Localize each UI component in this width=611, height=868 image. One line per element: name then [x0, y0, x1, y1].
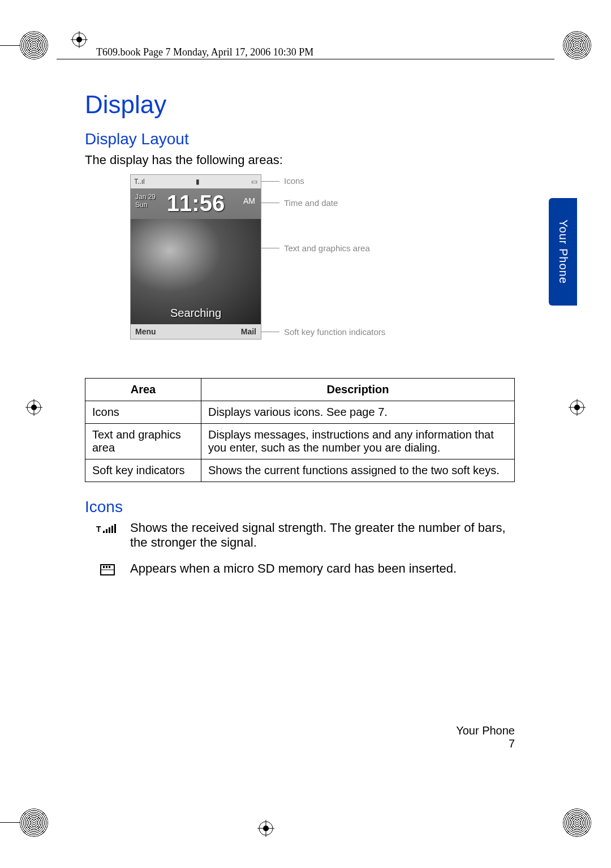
icon-description: Appears when a micro SD memory card has … [130, 561, 515, 576]
registration-mark [563, 31, 591, 59]
table-header-description: Description [201, 379, 515, 401]
icon-description-row: T Shows the received signal strength. Th… [85, 521, 515, 550]
table-row: Text and graphics area Displays messages… [85, 424, 515, 459]
svg-rect-21 [114, 524, 116, 533]
table-header-row: Area Description [85, 379, 515, 401]
softkey-left: Menu [135, 327, 156, 336]
signal-strength-icon: T [85, 521, 130, 538]
svg-point-15 [263, 826, 269, 831]
footer-page-number: 7 [456, 737, 515, 750]
table-cell-area: Icons [85, 401, 201, 424]
page-header: T609.book Page 7 Monday, April 17, 2006 … [57, 46, 554, 58]
icon-description: Shows the received signal strength. The … [130, 521, 515, 550]
phone-softkey-bar: Menu Mail [131, 324, 261, 339]
page-title: Display [85, 91, 515, 119]
table-cell-desc: Displays messages, instructions and any … [201, 424, 515, 459]
svg-rect-19 [109, 527, 110, 533]
svg-text:T: T [96, 525, 101, 534]
registration-mark [20, 31, 48, 59]
icon-description-row: Appears when a micro SD memory card has … [85, 561, 515, 578]
svg-rect-26 [109, 566, 110, 568]
svg-rect-20 [111, 526, 113, 533]
callout-line [261, 203, 279, 203]
table-cell-area: Text and graphics area [85, 424, 201, 459]
area-description-table: Area Description Icons Displays various … [85, 378, 515, 482]
phone-icon-bar: T..ıl ▮ ▭ [131, 175, 261, 188]
softkey-right: Mail [241, 327, 256, 336]
registration-target [257, 820, 274, 837]
svg-point-11 [76, 37, 82, 42]
display-layout-diagram: T..ıl ▮ ▭ Jan 29 Sun 11:56 AM Searching … [130, 174, 447, 350]
registration-mark [563, 809, 591, 837]
sd-card-icon [85, 561, 130, 578]
callout-text-area: Text and graphics area [284, 243, 370, 253]
header-text: T609.book Page 7 Monday, April 17, 2006 … [96, 46, 313, 58]
callout-line [261, 248, 279, 248]
footer-section: Your Phone [456, 724, 515, 737]
section-heading-icons: Icons [85, 498, 515, 516]
table-row: Icons Displays various icons. See page 7… [85, 401, 515, 424]
section-tab-label: Your Phone [557, 220, 570, 284]
registration-target [71, 31, 88, 48]
phone-screen: T..ıl ▮ ▭ Jan 29 Sun 11:56 AM Searching … [130, 174, 261, 340]
table-row: Soft key indicators Shows the current fu… [85, 459, 515, 482]
table-cell-desc: Shows the current functions assigned to … [201, 459, 515, 482]
svg-rect-24 [103, 566, 105, 568]
misc-icon: ▮ [196, 178, 200, 186]
header-divider [57, 59, 554, 59]
callout-time: Time and date [284, 198, 338, 208]
phone-clock: 11:56 [131, 191, 261, 216]
battery-icon: ▭ [251, 178, 257, 186]
section-heading-display-layout: Display Layout [85, 130, 515, 148]
intro-text: The display has the following areas: [85, 153, 515, 167]
table-cell-desc: Displays various icons. See page 7. [201, 401, 515, 424]
svg-point-3 [31, 405, 37, 410]
crop-rule [0, 45, 20, 46]
registration-mark [20, 809, 48, 837]
phone-ampm: AM [243, 196, 255, 205]
crop-rule [0, 822, 20, 823]
signal-icon: T..ıl [134, 178, 145, 186]
callout-softkey: Soft key function indicators [284, 327, 385, 337]
callout-line [261, 181, 279, 182]
table-cell-area: Soft key indicators [85, 459, 201, 482]
section-tab: Your Phone [549, 198, 577, 306]
registration-target [569, 399, 586, 416]
phone-status-text: Searching [131, 307, 261, 320]
registration-target [25, 399, 42, 416]
svg-rect-25 [106, 566, 107, 568]
callout-icons: Icons [284, 176, 304, 186]
svg-rect-17 [103, 531, 105, 533]
table-header-area: Area [85, 379, 201, 401]
page-footer: Your Phone 7 [456, 724, 515, 750]
svg-rect-18 [106, 529, 107, 533]
svg-point-7 [574, 405, 580, 410]
callout-line [261, 332, 279, 332]
